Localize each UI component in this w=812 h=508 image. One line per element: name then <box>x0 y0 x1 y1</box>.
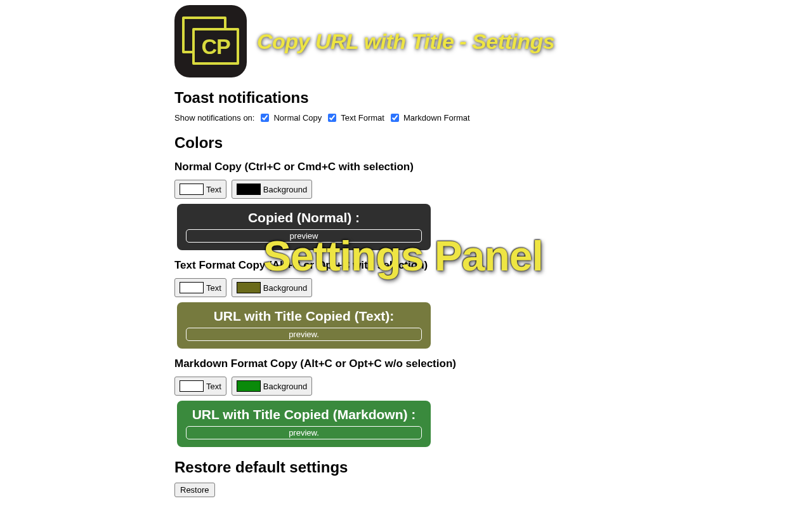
text-color-button-markdown[interactable]: Text <box>174 377 226 396</box>
settings-container: CP Copy URL with Title - Settings Toast … <box>174 0 638 497</box>
group-title-text: Text Format Copy (Alt+C or Opt+C with se… <box>174 259 638 272</box>
toast-preview-text-normal: preview <box>186 229 422 243</box>
header: CP Copy URL with Title - Settings <box>174 5 638 77</box>
text-color-button-text[interactable]: Text <box>174 278 226 297</box>
toast-options-label: Show notifications on: <box>174 113 254 123</box>
text-swatch-markdown <box>180 380 204 392</box>
bg-swatch-markdown <box>237 380 261 392</box>
toast-heading: Toast notifications <box>174 89 638 107</box>
checkbox-label-normal: Normal Copy <box>273 113 322 123</box>
toast-preview-markdown: URL with Title Copied (Markdown) : previ… <box>177 401 431 447</box>
bg-color-button-normal[interactable]: Background <box>232 180 312 199</box>
checkbox-label-text: Text Format <box>341 113 384 123</box>
checkbox-label-markdown: Markdown Format <box>403 113 470 123</box>
toast-options-row: Show notifications on: Normal Copy Text … <box>174 113 638 123</box>
color-row-markdown: Text Background <box>174 377 638 396</box>
group-title-normal: Normal Copy (Ctrl+C or Cmd+C with select… <box>174 161 638 173</box>
checkbox-normal-copy[interactable] <box>261 114 269 122</box>
app-logo-icon: CP <box>174 5 247 77</box>
toast-title-normal: Copied (Normal) : <box>186 210 422 225</box>
text-color-button-normal[interactable]: Text <box>174 180 226 199</box>
toast-preview-normal: Copied (Normal) : preview <box>177 204 431 250</box>
restore-button[interactable]: Restore <box>174 483 215 497</box>
bg-swatch-normal <box>237 184 261 195</box>
color-row-normal: Text Background <box>174 180 638 199</box>
toast-preview-text: URL with Title Copied (Text): preview. <box>177 302 431 349</box>
restore-heading: Restore default settings <box>174 458 638 476</box>
checkbox-text-format[interactable] <box>328 114 336 122</box>
text-swatch-normal <box>180 184 204 195</box>
colors-heading: Colors <box>174 134 638 152</box>
toast-preview-text-markdown: preview. <box>186 426 422 439</box>
color-row-text: Text Background <box>174 278 638 297</box>
checkbox-markdown-format[interactable] <box>391 114 399 122</box>
bg-color-button-markdown[interactable]: Background <box>232 377 312 396</box>
toast-title-text: URL with Title Copied (Text): <box>186 309 422 324</box>
text-swatch-text <box>180 282 204 293</box>
page-title: Copy URL with Title - Settings <box>257 29 554 54</box>
group-title-markdown: Markdown Format Copy (Alt+C or Opt+C w/o… <box>174 358 638 370</box>
bg-swatch-text <box>237 282 261 293</box>
bg-color-button-text[interactable]: Background <box>232 278 312 297</box>
toast-preview-text-text: preview. <box>186 328 422 341</box>
toast-title-markdown: URL with Title Copied (Markdown) : <box>186 407 422 422</box>
